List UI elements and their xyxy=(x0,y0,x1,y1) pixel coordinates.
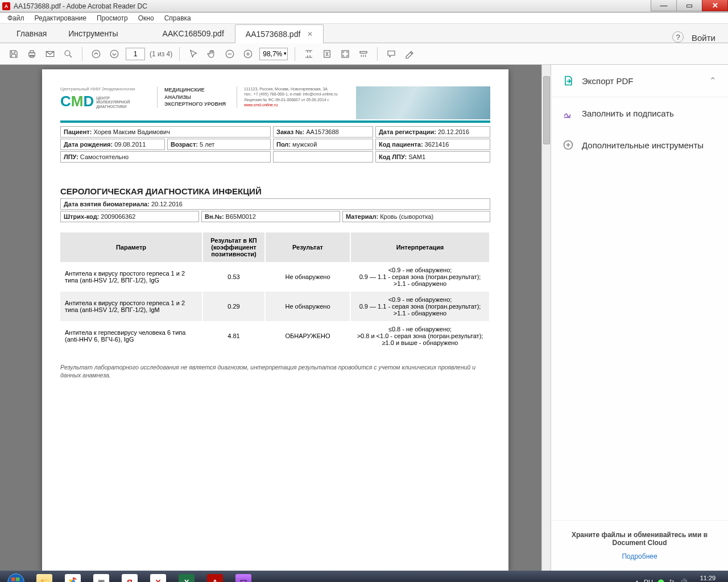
scrollbar-vertical[interactable] xyxy=(541,65,551,571)
menu-file[interactable]: Файл xyxy=(3,13,28,23)
app-tabs: Главная Инструменты AAKC168509.pdf AA157… xyxy=(0,24,728,43)
search-icon[interactable] xyxy=(61,47,75,61)
fullscreen-icon[interactable] xyxy=(338,47,352,61)
plus-circle-icon xyxy=(562,139,574,151)
windows-taskbar: 📁 ▣ Я Y X A ⬚ RU ⬤ 🏳 🔊 11:2919.01.2017 xyxy=(0,571,728,582)
table-row: Антитела к вирусу простого герпеса 1 и 2… xyxy=(60,262,490,292)
taskbar-excel[interactable]: X xyxy=(173,572,200,582)
menubar: Файл Редактирование Просмотр Окно Справк… xyxy=(0,13,728,24)
cmd-logo: CMDЦЕНТР МОЛЕКУЛЯРНОЙ ДИАГНОСТИКИ xyxy=(60,93,157,110)
print-icon[interactable] xyxy=(25,47,39,61)
menu-view[interactable]: Просмотр xyxy=(93,13,132,23)
svg-rect-14 xyxy=(11,577,15,581)
taskbar-explorer[interactable]: 📁 xyxy=(31,572,58,582)
lh-institute: Центральный НИИ Эпидемиологии xyxy=(60,86,157,92)
svg-rect-15 xyxy=(16,577,19,581)
maximize-button[interactable]: ▭ xyxy=(676,0,702,11)
menu-window[interactable]: Окно xyxy=(134,13,158,23)
login-button[interactable]: Войти xyxy=(692,33,715,43)
tab-doc1[interactable]: AAKC168509.pdf xyxy=(152,24,235,43)
window-title: AA1573688.pdf - Adobe Acrobat Reader DC xyxy=(14,2,147,10)
zoom-in-icon[interactable] xyxy=(241,47,255,61)
read-mode-icon[interactable] xyxy=(357,47,370,61)
save-icon[interactable] xyxy=(7,47,20,61)
section-title: СЕРОЛОГИЧЕСКАЯ ДИАГНОСТИКА ИНФЕКЦИЙ xyxy=(60,186,490,196)
sidebar-more-tools[interactable]: Дополнительные инструменты xyxy=(551,129,728,161)
fit-width-icon[interactable] xyxy=(302,47,316,61)
tray-action-icon[interactable]: 🏳 xyxy=(669,579,675,582)
disclaimer: Результат лабораторного исследования не … xyxy=(60,363,490,379)
svg-point-4 xyxy=(65,51,70,56)
sidebar-footer: Храните файлы и обменивайтесь ими в Docu… xyxy=(551,521,728,571)
tab-home[interactable]: Главная xyxy=(6,24,57,43)
sidebar-more-link[interactable]: Подробнее xyxy=(561,552,718,560)
lh-tagline: МЕДИЦИНСКИЕ АНАЛИЗЫ ЭКСПЕРТНОГО УРОВНЯ xyxy=(157,86,237,108)
zoom-out-icon[interactable] xyxy=(223,47,237,61)
highlight-icon[interactable] xyxy=(403,47,416,61)
taskbar-chrome[interactable] xyxy=(59,572,86,582)
minimize-button[interactable]: — xyxy=(651,0,677,11)
taskbar-app1[interactable]: ▣ xyxy=(88,572,115,582)
pointer-icon[interactable] xyxy=(187,47,200,61)
lh-contact: 111123, Россия, Москва, Новогиреевская, … xyxy=(237,86,356,108)
document-view[interactable]: Центральный НИИ Эпидемиологии CMDЦЕНТР М… xyxy=(0,65,551,571)
taskbar-acrobat-active[interactable]: A xyxy=(201,572,229,582)
chevron-up-icon: ⌃ xyxy=(709,76,717,86)
tray-clock[interactable]: 11:2919.01.2017 xyxy=(692,575,723,582)
svg-rect-0 xyxy=(29,52,35,56)
menu-edit[interactable]: Редактирование xyxy=(31,13,90,23)
lh-photo xyxy=(356,86,490,119)
svg-rect-1 xyxy=(30,51,34,53)
tray-language[interactable]: RU xyxy=(644,579,653,582)
zoom-select[interactable]: 98,7%▼ xyxy=(259,48,288,60)
sidebar-export-pdf[interactable]: Экспорт PDF ⌃ xyxy=(551,65,728,97)
tray-volume-icon[interactable]: 🔊 xyxy=(680,579,688,583)
tab-doc2-label: AA1573688.pdf xyxy=(246,30,301,39)
taskbar-app2[interactable]: ⬚ xyxy=(230,572,257,582)
table-row: Антитела к вирусу простого герпеса 1 и 2… xyxy=(60,292,490,321)
tray-network-icon[interactable]: ⬤ xyxy=(657,579,664,583)
toolbar: (1 из 4) 98,7%▼ xyxy=(0,43,728,65)
menu-help[interactable]: Справка xyxy=(160,13,195,23)
window-titlebar: A AA1573688.pdf - Adobe Acrobat Reader D… xyxy=(0,0,728,13)
tab-doc2-active[interactable]: AA1573688.pdf ✕ xyxy=(235,24,324,43)
tools-sidebar: Экспорт PDF ⌃ Заполнить и подписать Допо… xyxy=(551,65,728,571)
svg-rect-11 xyxy=(360,51,367,53)
acrobat-icon: A xyxy=(2,2,10,10)
page-up-icon[interactable] xyxy=(89,47,103,61)
fit-page-icon[interactable] xyxy=(320,47,334,61)
close-tab-icon[interactable]: ✕ xyxy=(307,30,313,38)
mail-icon[interactable] xyxy=(43,47,57,61)
close-button[interactable]: ✕ xyxy=(702,0,728,11)
tab-tools[interactable]: Инструменты xyxy=(57,24,129,43)
page-number-input[interactable] xyxy=(126,48,145,60)
help-icon[interactable]: ? xyxy=(672,31,684,43)
start-button[interactable] xyxy=(2,572,30,582)
sign-icon xyxy=(562,107,574,119)
page-count: (1 из 4) xyxy=(150,50,172,58)
pdf-page: Центральный НИИ Эпидемиологии CMDЦЕНТР М… xyxy=(42,69,508,571)
sidebar-fill-sign[interactable]: Заполнить и подписать xyxy=(551,97,728,129)
hand-icon[interactable] xyxy=(205,47,218,61)
taskbar-yandex[interactable]: Я xyxy=(116,572,143,582)
results-table: ПараметрРезультат в КП (коэффициент пози… xyxy=(60,232,490,351)
page-down-icon[interactable] xyxy=(107,47,121,61)
svg-point-6 xyxy=(110,50,118,58)
export-pdf-icon xyxy=(562,75,574,86)
table-row: Антитела к герпесвирусу человека 6 типа … xyxy=(60,321,490,351)
svg-point-5 xyxy=(92,50,100,58)
comment-icon[interactable] xyxy=(384,47,398,61)
taskbar-yabrowser[interactable]: Y xyxy=(144,572,172,582)
